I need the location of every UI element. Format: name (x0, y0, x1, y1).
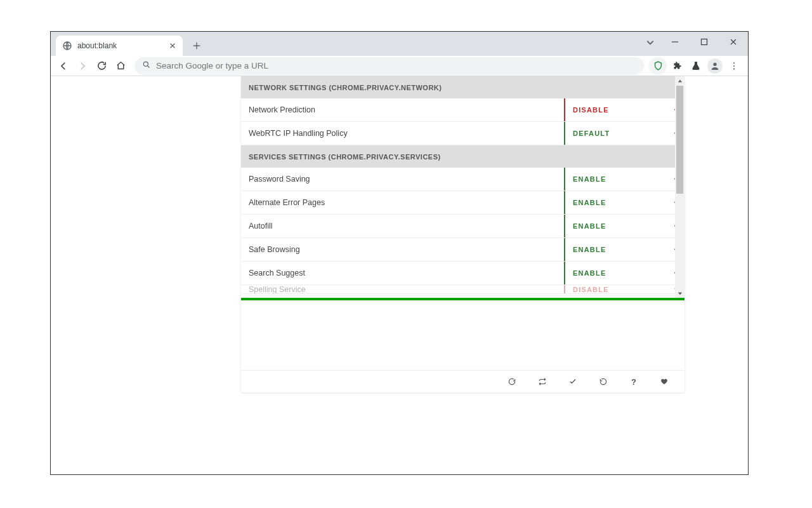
window-minimize-button[interactable] (660, 32, 690, 52)
tab-title: about:blank (77, 41, 162, 50)
new-tab-button[interactable] (188, 37, 206, 55)
refresh-button[interactable] (497, 371, 527, 393)
setting-row: Spelling Service DISABLE▾ (241, 285, 684, 294)
setting-label: Network Prediction (241, 98, 564, 121)
setting-value-dropdown[interactable]: ENABLE▾ (564, 238, 684, 261)
setting-value-dropdown[interactable]: ENABLE▾ (564, 191, 684, 214)
privacy-settings-popup: NETWORK SETTINGS (CHROME.PRIVACY.NETWORK… (241, 76, 684, 392)
apply-button[interactable] (558, 371, 588, 393)
setting-row: Search Suggest ENABLE▾ (241, 262, 684, 285)
setting-label: Spelling Service (241, 285, 564, 293)
avatar-icon (707, 58, 723, 74)
svg-point-5 (733, 65, 735, 66)
setting-value-dropdown[interactable]: DISABLE▾ (564, 285, 684, 293)
setting-value-dropdown[interactable]: DEFAULT▾ (564, 122, 684, 145)
window-maximize-button[interactable] (690, 32, 719, 52)
setting-label: Password Saving (241, 168, 564, 190)
svg-point-2 (143, 62, 148, 66)
search-icon (142, 60, 151, 72)
tab-strip: about:blank (51, 32, 748, 56)
browser-toolbar (51, 56, 748, 76)
browser-window: about:blank (50, 31, 749, 475)
favorite-button[interactable] (649, 371, 679, 393)
svg-point-4 (733, 62, 735, 64)
extensions-icon[interactable] (668, 57, 686, 75)
setting-label: Autofill (241, 215, 564, 237)
setting-label: Safe Browsing (241, 238, 564, 261)
toolbar-actions (649, 57, 744, 75)
setting-label: Alternate Error Pages (241, 191, 564, 214)
page-content: NETWORK SETTINGS (CHROME.PRIVACY.NETWORK… (51, 76, 748, 474)
back-button[interactable] (55, 57, 72, 75)
setting-row: Autofill ENABLE▾ (241, 215, 684, 238)
svg-rect-1 (702, 39, 707, 45)
scrollbar-vertical[interactable] (675, 76, 684, 298)
home-button[interactable] (112, 57, 129, 75)
section-header-services: SERVICES SETTINGS (CHROME.PRIVACY.SERVIC… (241, 145, 684, 168)
forward-button[interactable] (74, 57, 91, 75)
svg-point-3 (713, 62, 716, 65)
labs-icon[interactable] (687, 57, 705, 75)
scrollbar-thumb[interactable] (676, 86, 683, 194)
scroll-down-arrow-icon[interactable] (675, 288, 684, 298)
omnibox-input[interactable] (156, 61, 636, 70)
settings-scroll-pane[interactable]: NETWORK SETTINGS (CHROME.PRIVACY.NETWORK… (241, 76, 684, 298)
scroll-up-arrow-icon[interactable] (675, 76, 684, 86)
setting-value-dropdown[interactable]: ENABLE▾ (564, 215, 684, 237)
svg-point-6 (733, 68, 735, 69)
setting-value-dropdown[interactable]: ENABLE▾ (564, 168, 684, 190)
window-close-button[interactable] (719, 32, 748, 52)
setting-row: Network Prediction DISABLE▾ (241, 98, 684, 122)
section-header-network: NETWORK SETTINGS (CHROME.PRIVACY.NETWORK… (241, 76, 684, 98)
repeat-button[interactable] (527, 371, 558, 393)
popup-footer: ? (241, 370, 684, 392)
kebab-menu-icon[interactable] (725, 57, 743, 75)
window-controls (660, 32, 748, 52)
log-output-area (241, 300, 684, 370)
tab-search-button[interactable] (641, 36, 659, 50)
setting-row: Password Saving ENABLE▾ (241, 168, 684, 191)
redo-button[interactable] (588, 371, 619, 393)
globe-icon (62, 41, 72, 51)
address-bar[interactable] (134, 57, 644, 75)
help-button[interactable]: ? (619, 371, 649, 393)
setting-label: WebRTC IP Handling Policy (241, 122, 564, 145)
browser-tab[interactable]: about:blank (56, 36, 183, 56)
reload-button[interactable] (93, 57, 110, 75)
setting-value-dropdown[interactable]: DISABLE▾ (564, 98, 684, 121)
setting-row: Alternate Error Pages ENABLE▾ (241, 191, 684, 215)
tab-close-icon[interactable] (167, 41, 178, 51)
setting-row: Safe Browsing ENABLE▾ (241, 238, 684, 262)
setting-value-dropdown[interactable]: ENABLE▾ (564, 262, 684, 284)
privacy-extension-icon[interactable] (649, 57, 667, 75)
setting-row: WebRTC IP Handling Policy DEFAULT▾ (241, 122, 684, 145)
setting-label: Search Suggest (241, 262, 564, 284)
profile-button[interactable] (706, 57, 724, 75)
